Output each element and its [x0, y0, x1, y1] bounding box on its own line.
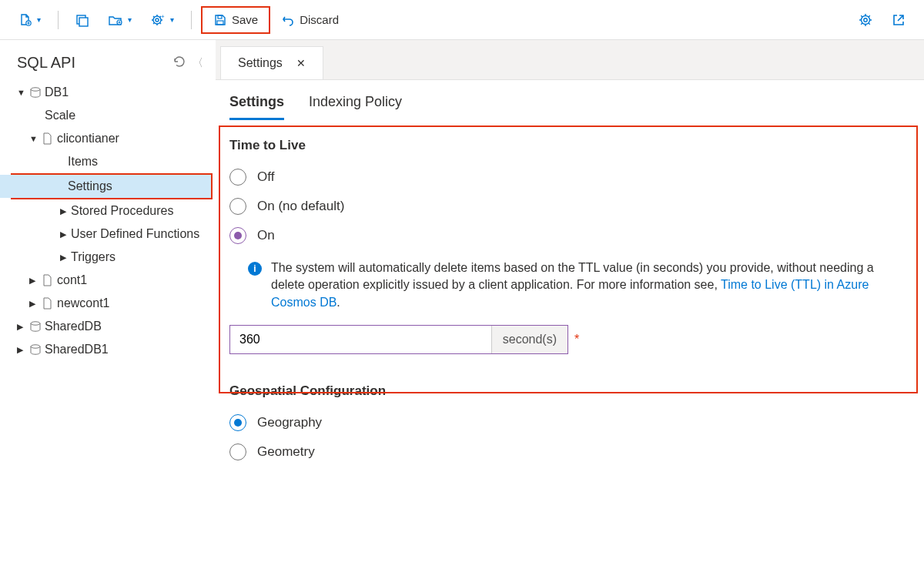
save-label: Save	[232, 13, 258, 26]
save-icon	[213, 13, 227, 27]
gear-icon	[858, 12, 873, 28]
tree-settings[interactable]: Settings	[0, 175, 211, 198]
undo-icon	[281, 13, 295, 27]
toolbar: ▾ ▾ + ▾ Save Discard	[0, 0, 924, 40]
save-button[interactable]: Save	[206, 8, 266, 32]
collapse-icon[interactable]: 〈	[192, 56, 203, 70]
tree-cont1[interactable]: ▶cont1	[0, 269, 216, 292]
svg-point-12	[31, 322, 40, 325]
tree: ▼DB1 Scale ▼clicontianer Items Settings …	[0, 81, 216, 361]
ttl-suffix: second(s)	[491, 326, 567, 353]
external-link-icon	[892, 13, 906, 27]
tree-container[interactable]: ▼clicontianer	[0, 127, 216, 150]
database-icon	[28, 343, 43, 356]
settings-cog-button[interactable]: + ▾	[142, 8, 182, 32]
svg-point-5	[156, 18, 159, 22]
ttl-on-radio[interactable]: On	[229, 221, 910, 250]
document-icon	[40, 274, 55, 286]
geo-geometry-radio[interactable]: Geometry	[229, 437, 910, 467]
chevron-down-icon: ▾	[37, 15, 41, 24]
tab-label: Settings	[238, 56, 283, 70]
chevron-down-icon: ▾	[170, 15, 174, 24]
svg-point-11	[31, 88, 40, 91]
database-icon	[28, 320, 43, 333]
tree-udf[interactable]: ▶User Defined Functions	[0, 223, 216, 246]
separator	[191, 11, 192, 29]
tree-db1[interactable]: ▼DB1	[0, 81, 216, 104]
info-icon: i	[248, 262, 262, 276]
open-external-button[interactable]	[884, 8, 913, 32]
tree-shareddb1[interactable]: ▶SharedDB1	[0, 338, 216, 361]
tree-items[interactable]: Items	[0, 150, 216, 173]
svg-rect-8	[217, 21, 223, 25]
ttl-on-nodefault-radio[interactable]: On (no default)	[229, 192, 910, 221]
tree-shareddb[interactable]: ▶SharedDB	[0, 315, 216, 338]
document-plus-icon	[18, 13, 32, 27]
document-icon	[40, 297, 55, 310]
required-asterisk: *	[574, 333, 579, 346]
svg-text:+: +	[161, 13, 165, 20]
new-database-button[interactable]: ▾	[100, 8, 139, 32]
discard-label: Discard	[300, 13, 339, 26]
subtab-settings[interactable]: Settings	[229, 94, 284, 120]
tab-settings[interactable]: Settings ✕	[220, 46, 323, 79]
close-icon[interactable]: ✕	[296, 57, 306, 69]
tree-scale[interactable]: Scale	[0, 104, 216, 127]
settings-gear-button[interactable]	[850, 8, 881, 32]
ttl-input-wrapper: second(s)	[229, 325, 568, 354]
subtab-indexing[interactable]: Indexing Policy	[309, 94, 402, 120]
ttl-info: i The system will automatically delete i…	[229, 250, 910, 320]
svg-point-9	[862, 15, 870, 24]
tree-triggers[interactable]: ▶Triggers	[0, 246, 216, 269]
geo-title: Geospatial Configuration	[229, 383, 910, 399]
svg-point-10	[864, 18, 867, 21]
sidebar: SQL API 〈 ▼DB1 Scale ▼clicontianer Items…	[0, 40, 216, 477]
svg-rect-2	[79, 18, 88, 26]
new-container-button[interactable]	[68, 8, 97, 32]
ttl-off-radio[interactable]: Off	[229, 162, 910, 192]
ttl-title: Time to Live	[229, 138, 910, 153]
geo-geography-radio[interactable]: Geography	[229, 408, 910, 437]
sub-tabs: Settings Indexing Policy	[216, 80, 924, 121]
new-sql-query-button[interactable]: ▾	[11, 8, 49, 32]
folder-plus-icon	[108, 13, 123, 27]
stack-icon	[75, 13, 89, 27]
chevron-down-icon: ▾	[128, 15, 132, 24]
separator	[58, 11, 59, 29]
tree-sp[interactable]: ▶Stored Procedures	[0, 199, 216, 223]
main: Settings ✕ Settings Indexing Policy Time…	[216, 40, 924, 477]
ttl-value-input[interactable]	[230, 326, 491, 353]
tab-strip: Settings ✕	[216, 40, 924, 80]
sidebar-title: SQL API	[17, 54, 75, 72]
svg-point-13	[31, 345, 40, 348]
content: Time to Live Off On (no default) On i Th…	[216, 121, 924, 477]
document-icon	[40, 132, 55, 145]
database-icon	[28, 86, 43, 99]
tree-newcont1[interactable]: ▶newcont1	[0, 292, 216, 315]
gear-plus-icon: +	[150, 13, 166, 27]
discard-button[interactable]: Discard	[273, 8, 346, 32]
refresh-icon[interactable]	[172, 55, 186, 71]
